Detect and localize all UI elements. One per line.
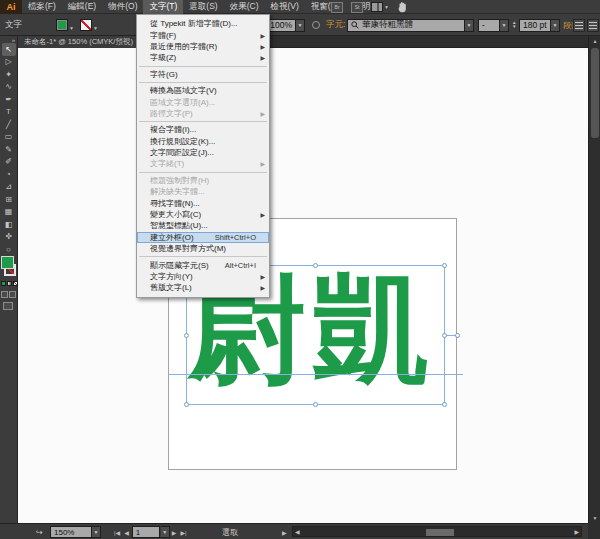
tool-button[interactable]: ⊿ (2, 181, 16, 194)
tool-button[interactable]: ▷ (2, 56, 16, 69)
scroll-left-icon[interactable]: ◀ (293, 528, 302, 535)
selection-handle[interactable] (313, 263, 318, 268)
vertical-scroll-thumb[interactable] (591, 48, 599, 138)
type-menu-item[interactable]: 文字間距設定(J)... ▶ (137, 147, 269, 158)
selection-handle[interactable] (184, 333, 189, 338)
type-menu-item[interactable]: 字符(G) ▶ (137, 69, 269, 80)
scroll-down-icon[interactable]: ▼ (589, 515, 600, 521)
chevron-down-icon[interactable]: ▼ (296, 19, 305, 32)
type-menu-item[interactable]: 路徑文字(P) ▶ (137, 108, 269, 119)
type-menu-item[interactable]: 最近使用的字體(R) ▶ (137, 41, 269, 52)
reference-point-handle[interactable] (455, 333, 460, 338)
chevron-down-icon[interactable]: ▼ (93, 25, 98, 31)
draw-normal-button[interactable] (1, 291, 8, 298)
color-button[interactable] (1, 281, 6, 286)
tool-button[interactable]: ∿ (2, 81, 16, 94)
status-expand-icon[interactable]: ▶ (280, 524, 289, 539)
type-menu-item[interactable]: 舊版文字(L) ▶ (137, 282, 269, 293)
horizontal-scrollbar[interactable]: ◀ ▶ (292, 526, 582, 537)
type-menu-item[interactable]: 標題強制對齊(H) ▶ (137, 175, 269, 186)
bridge-button[interactable]: Br (331, 2, 343, 13)
selection-handle[interactable] (442, 263, 447, 268)
next-artboard-button[interactable]: ▶ (170, 529, 179, 536)
canvas-area[interactable]: 尉凱 (18, 48, 588, 523)
type-menu-item[interactable]: 建立外框(O) Shift+Ctrl+O ▶ (137, 232, 269, 243)
scroll-right-icon[interactable]: ▶ (572, 528, 581, 535)
align-center-button[interactable] (587, 19, 599, 32)
tool-button[interactable]: ◔ (2, 168, 16, 181)
font-style-control[interactable]: - ▼ (478, 14, 509, 36)
selection-handle[interactable] (442, 333, 447, 338)
menubar-item[interactable]: 物件(O) (102, 0, 143, 14)
collapse-panel-icon[interactable]: » (0, 36, 17, 43)
font-size-control[interactable]: 180 pt ▼ (519, 14, 560, 36)
tool-button[interactable]: ✎ (2, 143, 16, 156)
menubar-item[interactable]: 效果(C) (224, 0, 265, 14)
draw-behind-button[interactable] (9, 291, 16, 298)
type-menu-item[interactable]: 解決缺失字體... ▶ (137, 186, 269, 197)
first-artboard-button[interactable]: |◀ (112, 529, 122, 536)
type-menu-item[interactable]: 換行規則設定(K)... ▶ (137, 136, 269, 147)
type-menu-item[interactable]: 複合字體(I)... ▶ (137, 124, 269, 135)
artboard-number-field[interactable]: 1 (132, 526, 160, 538)
menubar-item[interactable]: 檢視(V) (265, 0, 305, 14)
stroke-color-control[interactable]: ▼ (80, 14, 98, 36)
chevron-down-icon[interactable]: ▼ (92, 526, 101, 538)
gradient-button[interactable] (7, 281, 12, 286)
tool-button[interactable]: ✒ (2, 93, 16, 106)
vertical-scrollbar[interactable]: ▲ ▼ (588, 36, 600, 523)
stroke-swatch[interactable] (80, 19, 92, 31)
style-button[interactable] (312, 14, 320, 36)
type-menu-item[interactable]: 智慧型標點(U)... ▶ (137, 220, 269, 231)
type-menu-item[interactable]: 字級(Z) ▶ (137, 52, 269, 63)
type-menu-item[interactable]: 轉換為區域文字(V) ▶ (137, 85, 269, 96)
status-jump-icon[interactable]: ↪ (36, 524, 43, 539)
zoom-field[interactable]: 150% (50, 526, 92, 538)
align-left-button[interactable] (573, 19, 585, 32)
tool-button[interactable]: ✐ (2, 156, 16, 169)
chevron-down-icon[interactable]: ▼ (551, 19, 560, 32)
type-menu-item[interactable]: 文字緒(T) ▶ (137, 158, 269, 169)
tool-button[interactable]: ⊞ (2, 193, 16, 206)
fill-color-control[interactable]: ▼ (56, 14, 74, 36)
tool-button[interactable]: ╱ (2, 118, 16, 131)
tool-button[interactable]: ✦ (2, 68, 16, 81)
font-size-stepper[interactable]: ▲ ▼ (512, 14, 516, 36)
tool-button[interactable]: ✜ (2, 231, 16, 244)
menubar-item[interactable]: 選取(S) (183, 0, 223, 14)
menubar-item[interactable]: 編輯(E) (62, 0, 102, 14)
last-artboard-button[interactable]: ▶| (178, 529, 188, 536)
menubar-item[interactable]: 檔案(F) (22, 0, 62, 14)
font-family-control[interactable]: 華康特粗黑體 ▼ (347, 14, 474, 36)
font-style-field[interactable]: - (478, 19, 500, 32)
tool-button[interactable]: ◧ (2, 218, 16, 231)
screen-mode-button[interactable] (3, 302, 13, 310)
selection-handle[interactable] (313, 402, 318, 407)
horizontal-scroll-thumb[interactable] (426, 529, 454, 536)
type-menu-item[interactable]: 文字方向(Y) ▶ (137, 271, 269, 282)
document-tab[interactable]: 未命名-1* @ 150% (CMYK/預視) (18, 36, 140, 48)
type-menu-item[interactable]: 從 Typekit 新增字體(D)... ▶ (137, 18, 269, 29)
arrange-documents-button[interactable]: ▼ (371, 2, 389, 12)
type-menu-item[interactable]: 視覺邊界對齊方式(M) ▶ (137, 243, 269, 254)
menubar-item[interactable]: 文字(T) (143, 0, 183, 14)
previous-artboard-button[interactable]: ◀ (122, 529, 131, 536)
type-menu-item[interactable]: 顯示隱藏字元(S) Alt+Ctrl+I ▶ (137, 259, 269, 270)
zoom-control[interactable]: 150% ▼ (50, 524, 101, 539)
tool-button[interactable]: T (2, 106, 16, 119)
stock-button[interactable]: St (351, 2, 363, 13)
stepper-down-icon[interactable]: ▼ (512, 25, 516, 29)
selection-handle[interactable] (442, 402, 447, 407)
type-menu-item[interactable]: 區域文字選項(A)... ▶ (137, 96, 269, 107)
touch-workspace-button[interactable] (397, 1, 410, 13)
tool-button[interactable]: ↖ (2, 43, 16, 56)
font-family-field[interactable]: 華康特粗黑體 (347, 19, 465, 32)
font-size-field[interactable]: 180 pt (519, 19, 551, 32)
tool-button[interactable]: ▭ (2, 131, 16, 144)
chevron-down-icon[interactable]: ▼ (500, 19, 509, 32)
scroll-up-icon[interactable]: ▲ (589, 38, 600, 44)
type-menu-item[interactable]: 變更大小寫(C) ▶ (137, 209, 269, 220)
type-menu-item[interactable]: 尋找字體(N)... ▶ (137, 197, 269, 208)
tool-button[interactable]: ▦ (2, 206, 16, 219)
selection-handle[interactable] (184, 402, 189, 407)
